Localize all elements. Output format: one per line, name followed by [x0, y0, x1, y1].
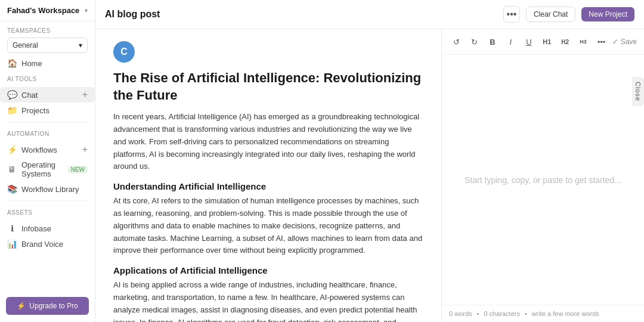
operating-systems-icon: 🖥 — [7, 165, 17, 174]
sidebar-workflow-library-label: Workflow Library — [21, 185, 88, 194]
footer-sep-2: • — [525, 310, 527, 317]
assets-label: Assets — [7, 209, 88, 216]
more-options-button[interactable]: ••• — [503, 6, 520, 23]
right-panel-content: Start typing, copy, or paste to get star… — [442, 55, 644, 305]
sidebar-infobase-label: Infobase — [21, 224, 88, 233]
save-button[interactable]: ✓ Save — [612, 38, 637, 46]
main-area: AI blog post ••• Clear Chat New Project … — [95, 0, 644, 322]
char-count: 0 characters — [484, 310, 520, 317]
sidebar-item-workflow-library[interactable]: 📚 Workflow Library — [0, 181, 95, 197]
ai-tools-section-label-wrapper: AI Tools — [0, 71, 95, 87]
footer-hint: write a few more words — [532, 310, 599, 317]
close-panel-label: Close — [634, 82, 642, 101]
home-icon: 🏠 — [7, 58, 17, 68]
document-title: The Rise of Artificial Intelligence: Rev… — [113, 70, 423, 104]
teamspaces-section: Teamspaces General ▾ — [0, 21, 95, 55]
workflows-add-button[interactable]: + — [82, 145, 88, 154]
footer-sep-1: • — [477, 310, 479, 317]
automation-section-label-wrapper: Automation — [0, 126, 95, 142]
close-panel-tab-wrapper: Close — [632, 77, 644, 106]
redo-button[interactable]: ↻ — [467, 34, 481, 49]
chat-add-button[interactable]: + — [82, 90, 88, 100]
right-panel-toolbar: ↺ ↻ B I U H1 H2 H3 ••• ✓ Save — [442, 29, 644, 55]
operating-systems-badge: NEW — [68, 166, 88, 174]
sidebar-divider-1 — [7, 122, 88, 122]
sidebar-item-home[interactable]: 🏠 Home — [0, 55, 95, 71]
sidebar-workflows-label: Workflows — [21, 145, 78, 154]
undo-button[interactable]: ↺ — [449, 34, 463, 49]
workspace-name: Fahad's Workspace — [7, 6, 81, 15]
assets-section-label-wrapper: Assets — [0, 205, 95, 221]
upgrade-label: Upgrade to Pro — [29, 302, 78, 310]
section2-title: Applications of Artificial Intelligence — [113, 265, 423, 275]
right-panel: ↺ ↻ B I U H1 H2 H3 ••• ✓ Save Close — [441, 29, 644, 322]
sidebar-divider-2 — [7, 200, 88, 201]
sidebar-item-projects[interactable]: 📁 Projects — [0, 103, 95, 118]
section1-title: Understanding Artificial Intelligence — [113, 181, 423, 191]
page-title: AI blog post — [105, 9, 497, 20]
avatar: C — [113, 41, 135, 63]
right-panel-placeholder: Start typing, copy, or paste to get star… — [465, 175, 621, 185]
workspace-chevron-icon[interactable]: ▾ — [85, 7, 88, 14]
sidebar-item-chat[interactable]: 💬 Chat + — [0, 87, 95, 103]
clear-chat-button[interactable]: Clear Chat — [526, 7, 575, 22]
h1-button[interactable]: H1 — [540, 34, 554, 49]
automation-label: Automation — [7, 131, 88, 137]
sidebar-item-brand-voice[interactable]: 📊 Brand Voice — [0, 236, 95, 252]
projects-icon: 📁 — [7, 106, 17, 115]
sidebar-operating-systems-label: Operating Systems — [21, 160, 63, 178]
team-space-value: General — [13, 41, 38, 49]
chat-icon: 💬 — [7, 90, 17, 100]
section2-body: AI is being applied across a wide range … — [113, 279, 423, 322]
close-panel-tab[interactable]: Close — [632, 77, 644, 106]
ai-tools-label: AI Tools — [7, 76, 88, 82]
workflow-library-icon: 📚 — [7, 184, 17, 194]
teamspaces-label: Teamspaces — [7, 27, 88, 34]
team-space-select[interactable]: General ▾ — [7, 38, 88, 53]
right-panel-footer: 0 words • 0 characters • write a few mor… — [442, 305, 644, 322]
sidebar-brand-voice-label: Brand Voice — [21, 240, 88, 249]
brand-voice-icon: 📊 — [7, 239, 17, 249]
word-count: 0 words — [449, 310, 472, 317]
workflows-icon: ⚡ — [7, 145, 17, 154]
toolbar-more-button[interactable]: ••• — [594, 34, 608, 49]
sidebar-home-label: Home — [21, 59, 88, 68]
h3-button[interactable]: H3 — [576, 34, 590, 49]
sidebar-item-infobase[interactable]: ℹ Infobase — [0, 221, 95, 236]
main-header: AI blog post ••• Clear Chat New Project — [95, 0, 644, 29]
document-intro: In recent years, Artificial Intelligence… — [113, 111, 423, 173]
underline-button[interactable]: U — [522, 34, 536, 49]
bold-button[interactable]: B — [485, 34, 500, 49]
upgrade-icon: ⚡ — [17, 302, 26, 310]
sidebar-projects-label: Projects — [21, 106, 88, 115]
h2-button[interactable]: H2 — [558, 34, 572, 49]
infobase-icon: ℹ — [7, 224, 17, 233]
save-check-icon: ✓ — [612, 38, 618, 46]
sidebar: Fahad's Workspace ▾ Teamspaces General ▾… — [0, 0, 95, 322]
italic-button[interactable]: I — [503, 34, 518, 49]
team-space-chevron-icon: ▾ — [79, 41, 82, 49]
content-area: C The Rise of Artificial Intelligence: R… — [95, 29, 644, 322]
save-label: Save — [621, 38, 637, 46]
upgrade-button[interactable]: ⚡ Upgrade to Pro — [6, 297, 89, 315]
sidebar-item-workflows[interactable]: ⚡ Workflows + — [0, 142, 95, 157]
sidebar-item-operating-systems[interactable]: 🖥 Operating Systems NEW — [0, 157, 95, 181]
section1-body: At its core, AI refers to the simulation… — [113, 195, 423, 257]
sidebar-header: Fahad's Workspace ▾ — [0, 0, 95, 21]
document-panel: C The Rise of Artificial Intelligence: R… — [95, 29, 441, 322]
new-project-button[interactable]: New Project — [581, 7, 634, 21]
sidebar-chat-label: Chat — [21, 91, 78, 100]
